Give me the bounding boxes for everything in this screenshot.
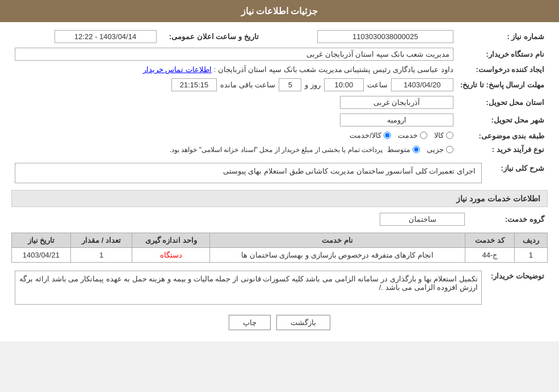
need-number-label: شماره نیاز : [457, 28, 548, 45]
cell-qty: 1 [70, 248, 132, 263]
col-header-date: تاریخ نیاز [12, 233, 71, 248]
announcement-value: 1403/04/14 - 12:22 [54, 30, 157, 43]
process-label: نوع فرآیند خرید : [457, 143, 548, 156]
contact-link[interactable]: اطلاعات تماس خریدار [143, 65, 212, 74]
org-name-label: نام دستگاه خریدار: [457, 45, 548, 63]
category-option-3[interactable]: کالا/خدمت [350, 131, 391, 140]
col-header-row: ردیف [514, 233, 547, 248]
creator-value: داود عباسی یادگاری رئیس پشتیبانی مدیریت … [214, 65, 453, 74]
col-header-unit: واحد اندازه گیری [132, 233, 210, 248]
action-buttons: بازگشت چاپ [11, 315, 548, 330]
buyer-notes-text: تکمیل استعلام بها و بارگذاری در سامانه ا… [15, 271, 482, 305]
process-radio-group: جزیی متوسط [387, 145, 453, 154]
city-label: شهر محل تحویل: [457, 111, 548, 129]
category-label: طبقه بندی موضوعی: [457, 129, 548, 143]
creator-label: ایجاد کننده درخواست: [457, 63, 548, 76]
category-radio-group: کالا خدمت کالا/خدمت [350, 131, 453, 140]
page-header: جزئیات اطلاعات نیاز [0, 0, 559, 22]
need-description-text: اجرای تعمیرات کلی آسانسور ساختمان مدیریت… [15, 163, 482, 183]
deadline-days: 5 [279, 78, 301, 91]
cell-code: ج-44 [465, 248, 515, 263]
deadline-remaining-label-pre: ساعت باقی مانده [220, 81, 275, 89]
province-label: استان محل تحویل: [457, 94, 548, 111]
city-value: ارومیه [340, 113, 453, 127]
category-option-2[interactable]: خدمت [398, 131, 427, 140]
table-row: 1 ج-44 انجام کارهای متفرقه درخصوص بازساز… [12, 248, 548, 263]
services-table: ردیف کد خدمت نام خدمت واحد اندازه گیری ت… [11, 233, 548, 263]
process-note: پرداخت تمام یا بخشی از مبلغ خریدار از مح… [170, 146, 383, 154]
deadline-remaining: 21:15:15 [171, 78, 217, 91]
deadline-label: مهلت ارسال پاسخ: تا تاریخ: [457, 76, 548, 94]
services-section-title: اطلاعات خدمات مورد نیاز [11, 190, 548, 207]
announcement-label: تاریخ و ساعت اعلان عمومی: [160, 28, 262, 45]
col-header-code: کد خدمت [465, 233, 515, 248]
col-header-name: نام خدمت [210, 233, 465, 248]
category-option-1[interactable]: کالا [434, 131, 453, 140]
deadline-time-label: ساعت [367, 81, 388, 89]
back-button[interactable]: بازگشت [276, 315, 330, 330]
group-service-label: گروه خدمت: [468, 210, 548, 228]
province-value: آذربایجان غربی [340, 96, 453, 109]
deadline-days-label: روز و [305, 81, 321, 89]
col-header-qty: تعداد / مقدار [70, 233, 132, 248]
org-name-value: مدیریت شعب بانک سپه استان آذربایجان غربی [15, 48, 453, 61]
deadline-time: 10:00 [324, 78, 364, 91]
cell-row: 1 [514, 248, 547, 263]
group-service-value: ساختمان [380, 213, 465, 226]
process-option-2[interactable]: متوسط [387, 145, 420, 154]
print-button[interactable]: چاپ [229, 315, 271, 330]
deadline-date: 1403/04/20 [391, 78, 453, 91]
process-option-1[interactable]: جزیی [427, 145, 453, 154]
need-number-value: 1103030038000025 [317, 30, 453, 43]
cell-unit: دستگاه [132, 248, 210, 263]
cell-date: 1403/04/21 [12, 248, 71, 263]
buyer-notes-label: توضیحات خریدار: [485, 268, 548, 307]
need-description-label: شرح کلی نیاز: [485, 161, 548, 186]
cell-name: انجام کارهای متفرقه درخصوص بازسازی و بهس… [210, 248, 465, 263]
